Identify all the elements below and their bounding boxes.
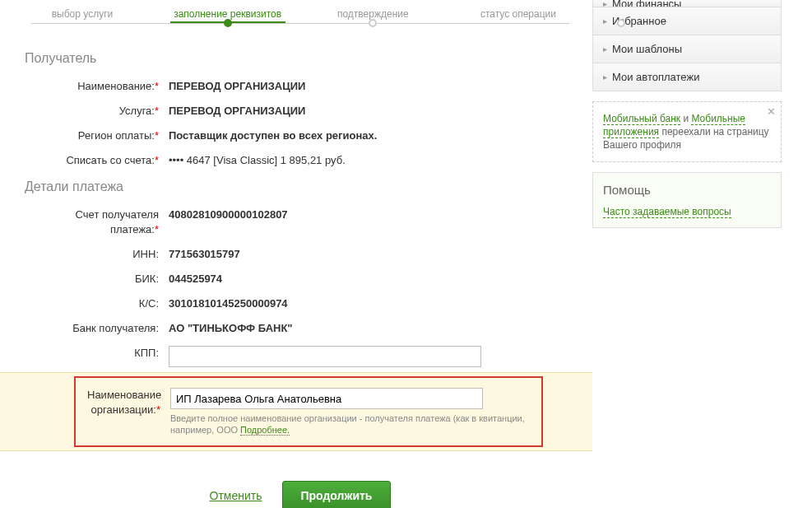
value-account: •••• 4647 [Visa Classic] 1 895,21 руб.: [169, 153, 576, 168]
row-name: Наименование:* ПЕРЕВОД ОРГАНИЗАЦИИ: [25, 74, 576, 99]
label-bik: БИК:: [25, 272, 169, 287]
step-fill-details[interactable]: заполнение реквизитов: [170, 8, 285, 23]
label-service: Услуга:*: [25, 104, 169, 119]
value-recipient-account: 40802810900000102807: [169, 207, 576, 222]
row-bank: Банк получателя: АО "ТИНЬКОФФ БАНК": [25, 316, 576, 341]
row-region: Регион оплаты:* Поставщик доступен во вс…: [25, 124, 576, 148]
row-recipient-account: Счет получателя платежа:* 40802810900000…: [25, 203, 576, 242]
stepper: выбор услуги заполнение реквизитов подтв…: [25, 8, 576, 38]
section-payment-details: Детали платежа: [25, 179, 576, 194]
continue-button[interactable]: Продолжить: [282, 481, 392, 508]
sidebar-item-autopay[interactable]: ▸ Мои автоплатежи: [593, 63, 781, 91]
sidebar-item-templates[interactable]: ▸ Мои шаблоны: [593, 35, 781, 63]
help-box: Помощь Часто задаваемые вопросы: [592, 172, 782, 228]
value-name: ПЕРЕВОД ОРГАНИЗАЦИИ: [169, 79, 576, 94]
label-region: Регион оплаты:*: [25, 128, 169, 143]
label-ks: К/С:: [25, 296, 169, 311]
row-service: Услуга:* ПЕРЕВОД ОРГАНИЗАЦИИ: [25, 99, 576, 124]
value-ks: 30101810145250000974: [169, 296, 576, 311]
value-inn: 771563015797: [169, 247, 576, 262]
sidebar-item-label: Мои шаблоны: [612, 43, 682, 55]
caret-icon: ▸: [603, 16, 607, 26]
close-icon[interactable]: ✕: [767, 105, 776, 119]
row-kpp: КПП:: [25, 341, 576, 372]
section-recipient: Получатель: [25, 51, 576, 66]
sidebar-notice: ✕ Мобильный банк и Мобильные приложения …: [592, 101, 782, 162]
label-name: Наименование:*: [25, 79, 169, 94]
row-bik: БИК: 044525974: [25, 267, 576, 291]
value-region: Поставщик доступен во всех регионах.: [169, 128, 576, 143]
sidebar-item-finances[interactable]: ▸ Мои финансы: [593, 0, 781, 7]
sidebar-item-label: Мои финансы: [612, 0, 681, 7]
help-title: Помощь: [603, 183, 771, 197]
label-org-name: Наименование организации:*: [87, 388, 170, 417]
sidebar-item-label: Мои автоплатежи: [612, 71, 699, 83]
label-recipient-account: Счет получателя платежа:*: [25, 207, 169, 237]
value-bik: 044525974: [169, 272, 576, 287]
mobile-bank-link[interactable]: Мобильный банк: [603, 113, 680, 125]
faq-link[interactable]: Часто задаваемые вопросы: [603, 206, 731, 218]
sidebar-menu: ▸ Мои финансы ▸ Избранное ▸ Мои шаблоны …: [592, 0, 782, 91]
org-name-input[interactable]: [170, 388, 483, 409]
value-service: ПЕРЕВОД ОРГАНИЗАЦИИ: [169, 104, 576, 119]
cancel-button[interactable]: Отменить: [210, 489, 262, 502]
value-bank: АО "ТИНЬКОФФ БАНК": [169, 321, 576, 336]
row-account: Списать со счета:* •••• 4647 [Visa Class…: [25, 148, 576, 173]
org-name-hint: Введите полное наименование организации …: [170, 412, 530, 436]
row-ks: К/С: 30101810145250000974: [25, 291, 576, 316]
label-bank: Банк получателя:: [25, 321, 169, 336]
row-inn: ИНН: 771563015797: [25, 242, 576, 267]
step-status[interactable]: статус операции: [461, 8, 576, 23]
org-hint-more-link[interactable]: Подробнее.: [240, 425, 290, 436]
kpp-input[interactable]: [169, 346, 481, 367]
step-confirm[interactable]: подтверждение: [315, 8, 430, 23]
caret-icon: ▸: [603, 72, 607, 82]
org-name-highlight: Наименование организации:* Введите полно…: [74, 376, 543, 447]
label-inn: ИНН:: [25, 247, 169, 262]
caret-icon: ▸: [603, 44, 607, 54]
label-account: Списать со счета:*: [25, 153, 169, 168]
label-kpp: КПП:: [25, 346, 169, 361]
caret-icon: ▸: [603, 0, 607, 7]
step-select-service[interactable]: выбор услуги: [25, 8, 140, 23]
